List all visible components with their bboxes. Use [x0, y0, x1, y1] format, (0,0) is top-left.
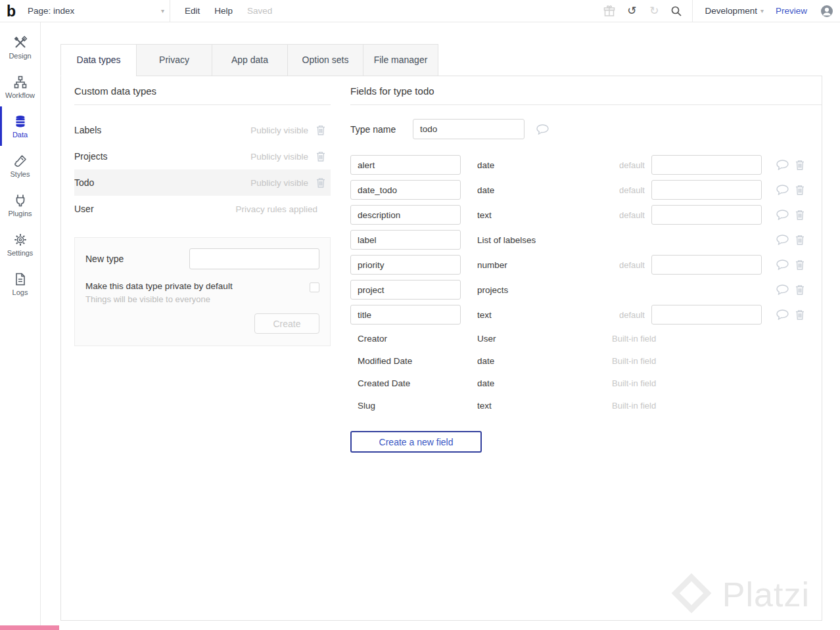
- field-actions: [776, 259, 822, 270]
- delete-field-icon[interactable]: [795, 185, 805, 195]
- edit-menu[interactable]: Edit: [185, 6, 200, 16]
- comment-icon[interactable]: [776, 210, 789, 220]
- sidebar-item-settings[interactable]: Settings: [0, 225, 40, 264]
- field-actions: [776, 210, 822, 220]
- avatar[interactable]: [820, 5, 833, 18]
- private-checkbox[interactable]: [310, 282, 319, 292]
- field-name-input[interactable]: [350, 255, 461, 275]
- data-icon: [13, 114, 28, 129]
- comment-icon[interactable]: [776, 284, 789, 295]
- search-icon[interactable]: [670, 5, 683, 18]
- default-value-input[interactable]: [651, 205, 762, 225]
- field-name-input[interactable]: [350, 155, 461, 175]
- field-name-input[interactable]: [350, 180, 461, 200]
- comment-icon[interactable]: [776, 309, 789, 320]
- data-type-name: Projects: [74, 151, 250, 162]
- tab-privacy[interactable]: Privacy: [136, 44, 212, 76]
- builtin-field-label: Built-in field: [612, 401, 656, 411]
- help-menu[interactable]: Help: [214, 6, 233, 16]
- watermark: Platzi: [671, 573, 810, 616]
- tab-app-data[interactable]: App data: [212, 44, 287, 76]
- settings-icon: [13, 233, 28, 247]
- field-name-input[interactable]: [350, 205, 461, 225]
- sidebar-item-label: Settings: [7, 249, 34, 257]
- comment-icon[interactable]: [776, 235, 789, 245]
- field-row: numberdefault: [350, 252, 822, 277]
- delete-type-icon[interactable]: [316, 151, 325, 162]
- field-type: text: [477, 210, 612, 220]
- field-name: Slug: [350, 401, 461, 411]
- default-label: default: [612, 185, 645, 195]
- builtin-field-label: Built-in field: [612, 378, 656, 388]
- comment-icon[interactable]: [776, 160, 789, 170]
- sidebar-item-design[interactable]: Design: [0, 28, 40, 67]
- field-row: List of labelses: [350, 227, 822, 252]
- new-type-input[interactable]: [189, 248, 319, 269]
- delete-field-icon[interactable]: [795, 210, 805, 220]
- tab-file-manager[interactable]: File manager: [363, 44, 438, 76]
- sidebar-item-label: Design: [9, 52, 31, 60]
- undo-glyph: ↺: [627, 5, 636, 16]
- fields-panel: Fields for type todo Type name datedefau…: [350, 76, 822, 453]
- bubble-logo: b: [3, 1, 20, 21]
- field-name-input[interactable]: [350, 305, 461, 325]
- redo-icon[interactable]: ↻: [647, 5, 661, 18]
- create-field-button[interactable]: Create a new field: [350, 431, 482, 453]
- sidebar-item-label: Plugins: [8, 210, 32, 217]
- comment-icon[interactable]: [776, 259, 789, 270]
- gift-icon[interactable]: [603, 5, 616, 18]
- sidebar-item-data[interactable]: Data: [0, 106, 40, 146]
- type-name-input[interactable]: [413, 119, 525, 139]
- delete-field-icon[interactable]: [795, 160, 805, 170]
- delete-field-icon[interactable]: [795, 259, 805, 270]
- delete-field-icon[interactable]: [795, 309, 805, 320]
- data-type-status: Publicly visible: [250, 178, 308, 188]
- data-tab-content: Custom data types LabelsPublicly visible…: [60, 76, 822, 621]
- create-type-button[interactable]: Create: [254, 313, 319, 334]
- tab-option-sets[interactable]: Option sets: [287, 44, 363, 76]
- field-name-input[interactable]: [350, 230, 461, 250]
- delete-type-icon[interactable]: [316, 125, 325, 135]
- default-value-input[interactable]: [651, 155, 762, 175]
- field-actions: [776, 235, 822, 245]
- data-type-row-labels[interactable]: LabelsPublicly visible: [74, 117, 331, 143]
- delete-field-icon[interactable]: [795, 235, 805, 245]
- field-name-input[interactable]: [350, 280, 461, 300]
- private-checkbox-label: Make this data type private by default: [85, 281, 233, 291]
- delete-field-icon[interactable]: [795, 284, 805, 295]
- data-type-name: Labels: [74, 125, 250, 135]
- data-type-row-user[interactable]: UserPrivacy rules applied: [74, 196, 331, 222]
- field-row: SlugtextBuilt-in field: [350, 394, 822, 416]
- sidebar-item-styles[interactable]: Styles: [0, 146, 40, 185]
- sidebar-item-label: Logs: [12, 288, 28, 296]
- data-type-row-projects[interactable]: ProjectsPublicly visible: [74, 143, 331, 169]
- comment-icon[interactable]: [536, 124, 549, 135]
- field-row: projects: [350, 277, 822, 302]
- builtin-field-label: Built-in field: [612, 334, 656, 344]
- page-selector[interactable]: Page: index ▾: [22, 0, 170, 22]
- preview-button[interactable]: Preview: [776, 6, 807, 16]
- sidebar-item-workflow[interactable]: Workflow: [0, 67, 40, 106]
- default-label: default: [612, 160, 645, 170]
- default-value-input[interactable]: [651, 180, 762, 200]
- field-name: Modified Date: [350, 356, 461, 366]
- sidebar-item-logs[interactable]: Logs: [0, 264, 40, 304]
- data-type-status: Privacy rules applied: [235, 204, 317, 214]
- field-row: Modified DatedateBuilt-in field: [350, 349, 822, 372]
- sidebar-item-plugins[interactable]: Plugins: [0, 185, 40, 225]
- divider: [692, 0, 693, 22]
- private-note: Things will be visible to everyone: [85, 294, 233, 304]
- field-row: datedefault: [350, 152, 822, 177]
- new-type-box: New type Make this data type private by …: [74, 237, 331, 346]
- default-label: default: [612, 210, 645, 220]
- default-value-input[interactable]: [651, 255, 762, 275]
- data-type-row-todo[interactable]: TodoPublicly visible: [74, 169, 331, 196]
- topbar: b Page: index ▾ Edit Help Saved ↺ ↻ Deve…: [0, 0, 840, 22]
- comment-icon[interactable]: [776, 185, 789, 195]
- logs-icon: [13, 272, 28, 286]
- tab-data-types[interactable]: Data types: [60, 44, 136, 76]
- environment-selector[interactable]: Development ▾: [702, 6, 766, 16]
- undo-icon[interactable]: ↺: [625, 5, 638, 18]
- delete-type-icon[interactable]: [316, 177, 325, 188]
- default-value-input[interactable]: [651, 305, 762, 325]
